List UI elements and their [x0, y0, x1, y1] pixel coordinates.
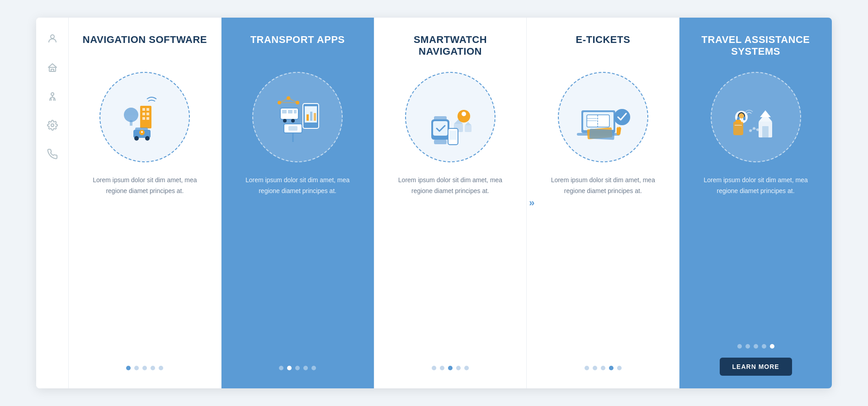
main-container: NAVIGATION SOFTWARE [36, 18, 832, 388]
person-icon[interactable] [45, 89, 60, 104]
svg-point-35 [283, 119, 287, 123]
dot-2 [134, 366, 139, 370]
svg-rect-11 [142, 113, 145, 115]
dot-5 [311, 366, 316, 370]
cards-container: NAVIGATION SOFTWARE [69, 18, 832, 388]
dot-2 [745, 344, 750, 349]
svg-rect-16 [130, 120, 132, 126]
svg-point-19 [134, 136, 139, 141]
dot-2 [440, 366, 444, 370]
dot-1 [585, 366, 589, 370]
dot-4 [456, 366, 461, 370]
svg-rect-25 [307, 114, 309, 121]
card-title-travel: TRAVEL ASSISTANCE SYSTEMS [692, 34, 819, 63]
dot-4 [609, 366, 613, 370]
svg-rect-2 [51, 69, 54, 71]
dots-navigation [126, 366, 163, 370]
svg-point-20 [145, 136, 150, 141]
card-desc-transport: Lorem ipsum dolor sit dim amet, mea regi… [234, 175, 361, 357]
svg-rect-8 [140, 106, 151, 128]
svg-rect-73 [733, 122, 743, 135]
svg-point-22 [141, 131, 143, 133]
svg-point-15 [124, 108, 138, 122]
svg-marker-67 [760, 110, 771, 117]
svg-rect-12 [146, 113, 149, 115]
card-transport-apps: TRANSPORT APPS [222, 18, 374, 388]
dot-2 [593, 366, 597, 370]
card-desc-smartwatch: Lorem ipsum dolor sit dim amet, mea regi… [387, 175, 514, 357]
arrow-after-transport: » [376, 197, 382, 209]
phone-icon[interactable] [45, 147, 60, 161]
card-etickets: E-TICKETS [527, 18, 679, 388]
dot-5 [464, 366, 469, 370]
user-icon[interactable] [45, 31, 60, 46]
dots-smartwatch [432, 366, 469, 370]
dots-etickets [585, 366, 622, 370]
dot-5 [617, 366, 622, 370]
svg-line-40 [279, 98, 288, 103]
svg-rect-68 [762, 126, 769, 137]
dot-1 [279, 366, 283, 370]
svg-rect-29 [288, 126, 297, 131]
illustration-etickets [558, 72, 648, 162]
dot-3 [295, 366, 300, 370]
arrow-after-etickets: » [682, 197, 687, 209]
dots-transport [279, 366, 316, 370]
svg-line-41 [288, 98, 297, 103]
svg-rect-14 [146, 117, 149, 120]
card-travel-assistance: TRAVEL ASSISTANCE SYSTEMS [679, 18, 832, 388]
svg-rect-26 [310, 112, 312, 121]
svg-rect-74 [736, 120, 741, 123]
illustration-smartwatch [405, 72, 495, 162]
card-title-transport: TRANSPORT APPS [250, 34, 345, 63]
svg-rect-75 [735, 125, 742, 126]
svg-rect-34 [294, 110, 297, 113]
svg-rect-60 [587, 120, 597, 121]
svg-point-7 [51, 124, 54, 127]
svg-rect-10 [146, 108, 149, 111]
learn-more-button[interactable]: LEARN MORE [720, 358, 792, 376]
dot-1 [126, 366, 131, 370]
dot-4 [762, 344, 766, 349]
card-desc-etickets: Lorem ipsum dolor sit dim amet, mea regi… [539, 175, 666, 357]
svg-rect-33 [288, 110, 292, 113]
svg-rect-9 [142, 108, 145, 111]
dot-1 [737, 344, 742, 349]
dot-3 [754, 344, 758, 349]
dot-5 [770, 344, 774, 349]
svg-point-48 [462, 112, 466, 116]
dot-4 [151, 366, 155, 370]
card-desc-travel: Lorem ipsum dolor sit dim amet, mea regi… [692, 175, 819, 335]
dot-4 [303, 366, 308, 370]
arrow-after-smartwatch: » [529, 197, 534, 209]
svg-rect-31 [280, 108, 298, 119]
card-desc-navigation: Lorem ipsum dolor sit dim amet, mea regi… [81, 175, 208, 357]
card-smartwatch: SMARTWATCH NAVIGATION [374, 18, 527, 388]
svg-rect-44 [433, 121, 448, 136]
svg-rect-51 [465, 125, 472, 132]
dot-3 [448, 366, 453, 370]
dot-1 [432, 366, 436, 370]
illustration-transport [252, 72, 343, 162]
svg-rect-72 [743, 117, 745, 120]
card-title-navigation: NAVIGATION SOFTWARE [83, 34, 207, 63]
svg-rect-54 [450, 131, 456, 140]
svg-rect-32 [282, 110, 287, 113]
svg-point-36 [291, 119, 295, 123]
dot-5 [159, 366, 163, 370]
arrow-after-navigation: » [224, 197, 229, 209]
dots-travel [737, 344, 774, 349]
svg-rect-13 [142, 117, 145, 120]
card-title-etickets: E-TICKETS [576, 34, 630, 63]
svg-rect-45 [434, 116, 447, 121]
svg-rect-46 [434, 140, 447, 144]
dot-2 [287, 366, 292, 370]
dot-3 [142, 366, 147, 370]
svg-rect-64 [589, 129, 614, 140]
svg-rect-27 [314, 113, 316, 121]
svg-rect-59 [587, 118, 597, 119]
illustration-travel [711, 72, 801, 162]
sidebar [36, 18, 69, 388]
settings-icon[interactable] [45, 118, 60, 132]
home-icon[interactable] [45, 60, 60, 75]
